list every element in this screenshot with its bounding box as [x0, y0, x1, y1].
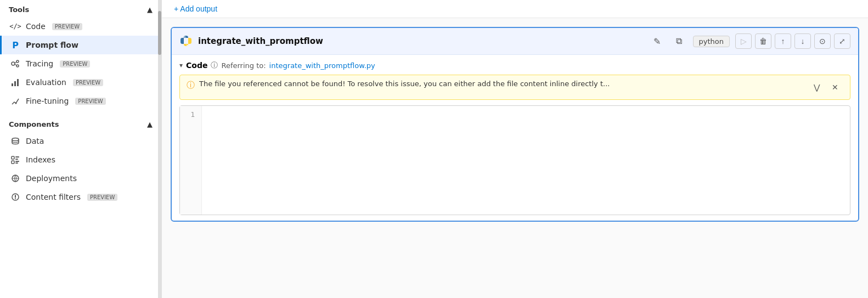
warning-collapse-button[interactable]: ⋁ — [808, 80, 825, 95]
referring-link[interactable]: integrate_with_promptflow.py — [269, 61, 375, 70]
code-content[interactable] — [202, 106, 850, 215]
svg-rect-11 — [15, 156, 19, 158]
info-icon: ⓘ — [211, 60, 218, 70]
view-button[interactable]: ⊙ — [814, 33, 831, 49]
sidebar-item-fine-tuning[interactable]: Fine-tuning PREVIEW — [0, 92, 161, 110]
sidebar-item-evaluation-label: Evaluation — [26, 78, 66, 87]
svg-point-19 — [187, 45, 188, 46]
svg-rect-6 — [14, 81, 16, 86]
components-collapse-icon[interactable]: ▲ — [147, 120, 153, 128]
sidebar: Tools ▲ </> Code PREVIEW P Prompt flow T… — [0, 0, 162, 298]
node-card-header: integrate_with_promptflow ✎ ⧉ python ▷ 🗑… — [172, 28, 858, 55]
sidebar-item-data[interactable]: Data — [0, 132, 161, 150]
svg-rect-7 — [17, 79, 19, 86]
sidebar-item-content-filters[interactable]: Content filters PREVIEW — [0, 188, 161, 206]
line-numbers: 1 — [180, 106, 202, 215]
move-up-button[interactable]: ↑ — [775, 33, 791, 49]
sidebar-item-code-label: Code — [26, 22, 46, 31]
content-filters-icon — [10, 192, 20, 202]
fine-tuning-badge: PREVIEW — [75, 98, 105, 105]
warning-close-button[interactable]: ✕ — [827, 80, 843, 95]
svg-rect-13 — [12, 161, 14, 164]
sidebar-item-content-filters-label: Content filters — [26, 193, 81, 201]
python-icon — [179, 35, 193, 48]
edit-button[interactable]: ✎ — [649, 33, 666, 49]
components-label: Components — [9, 120, 59, 128]
sidebar-item-prompt-flow[interactable]: P Prompt flow — [0, 36, 161, 54]
svg-point-18 — [184, 37, 185, 38]
tools-collapse-icon[interactable]: ▲ — [147, 5, 153, 14]
sidebar-scrollbar[interactable] — [158, 0, 161, 298]
sidebar-item-fine-tuning-label: Fine-tuning — [26, 97, 69, 105]
main-content: + Add output integrate_with_promptflow ✎ — [162, 0, 868, 298]
sidebar-item-tracing[interactable]: Tracing PREVIEW — [0, 54, 161, 73]
svg-point-0 — [12, 62, 15, 65]
content-filters-badge: PREVIEW — [87, 194, 117, 201]
svg-line-4 — [15, 64, 16, 65]
data-icon — [10, 136, 20, 146]
node-header-actions: ▷ 🗑 ↑ ↓ ⊙ ⤢ — [735, 33, 850, 49]
tools-section-header: Tools ▲ — [0, 0, 161, 17]
svg-point-8 — [15, 103, 17, 104]
code-section: ▾ Code ⓘ Referring to: integrate_with_pr… — [172, 55, 858, 221]
svg-point-17 — [15, 198, 16, 199]
warning-icon: ⓘ — [187, 80, 195, 91]
fine-tuning-icon — [10, 96, 20, 106]
svg-rect-5 — [12, 83, 13, 86]
tracing-icon — [10, 59, 20, 69]
evaluation-icon — [10, 77, 20, 87]
referring-prefix: Referring to: — [221, 61, 266, 70]
sidebar-item-data-label: Data — [26, 137, 44, 145]
line-number-1: 1 — [187, 110, 195, 119]
node-title: integrate_with_promptflow — [198, 36, 644, 46]
code-editor[interactable]: 1 — [179, 105, 850, 215]
sidebar-scrollbar-thumb[interactable] — [158, 11, 161, 55]
svg-rect-14 — [15, 161, 19, 162]
card-area: integrate_with_promptflow ✎ ⧉ python ▷ 🗑… — [162, 18, 868, 298]
svg-rect-15 — [15, 162, 18, 164]
sidebar-item-indexes-label: Indexes — [26, 155, 55, 164]
sidebar-item-evaluation[interactable]: Evaluation PREVIEW — [0, 73, 161, 92]
language-badge: python — [693, 36, 730, 47]
tools-label: Tools — [9, 5, 29, 14]
code-icon: </> — [10, 21, 20, 31]
svg-point-1 — [16, 60, 19, 63]
code-label: Code — [186, 61, 207, 70]
warning-banner: ⓘ The file you referenced cannot be foun… — [179, 75, 850, 100]
copy-button[interactable]: ⧉ — [671, 33, 687, 49]
indexes-icon — [10, 155, 20, 165]
sidebar-item-tracing-label: Tracing — [26, 59, 53, 68]
sidebar-item-indexes[interactable]: Indexes — [0, 150, 161, 169]
svg-rect-10 — [12, 156, 14, 159]
code-badge: PREVIEW — [52, 23, 82, 30]
code-label-row: ▾ Code ⓘ Referring to: integrate_with_pr… — [179, 60, 850, 70]
warning-actions: ⋁ ✕ — [808, 80, 843, 95]
tracing-badge: PREVIEW — [60, 60, 90, 68]
svg-line-3 — [15, 62, 16, 63]
deployments-icon — [10, 173, 20, 183]
delete-button[interactable]: 🗑 — [755, 33, 771, 49]
run-button[interactable]: ▷ — [735, 33, 752, 49]
svg-rect-12 — [15, 159, 18, 160]
code-chevron-icon[interactable]: ▾ — [179, 61, 183, 69]
move-down-button[interactable]: ↓ — [794, 33, 811, 49]
sidebar-item-code[interactable]: </> Code PREVIEW — [0, 17, 161, 36]
warning-text: The file you referenced cannot be found!… — [199, 80, 804, 88]
sidebar-item-prompt-flow-label: Prompt flow — [26, 41, 78, 49]
add-output-bar: + Add output — [162, 0, 868, 18]
add-output-label: + Add output — [174, 4, 217, 13]
evaluation-badge: PREVIEW — [73, 79, 103, 86]
node-card: integrate_with_promptflow ✎ ⧉ python ▷ 🗑… — [171, 27, 859, 222]
sidebar-item-deployments-label: Deployments — [26, 174, 77, 183]
sidebar-item-deployments[interactable]: Deployments — [0, 169, 161, 188]
svg-point-2 — [16, 65, 19, 67]
components-section-header: Components ▲ — [0, 115, 161, 132]
expand-button[interactable]: ⤢ — [834, 33, 850, 49]
prompt-flow-icon: P — [10, 40, 20, 50]
svg-point-9 — [12, 138, 19, 141]
add-output-button[interactable]: + Add output — [171, 3, 221, 14]
